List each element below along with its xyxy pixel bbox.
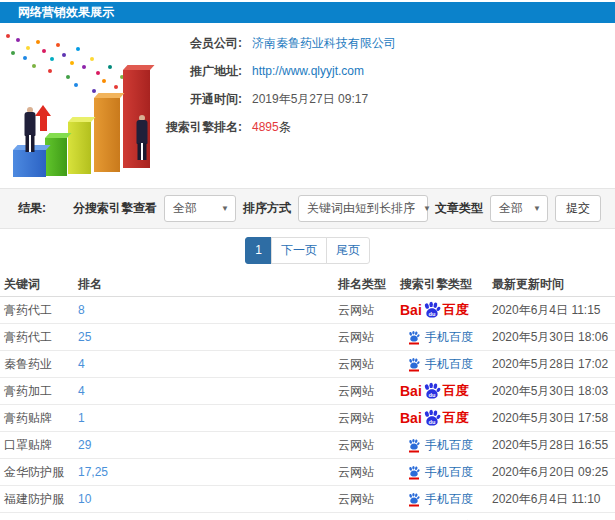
keyword-cell: 膏药加工 (4, 383, 52, 400)
update-time-cell: 2020年6月4日 11:10 (492, 491, 601, 508)
mobile-baidu-label: 手机百度 (425, 491, 473, 508)
mobile-baidu-paw (408, 492, 420, 506)
rank-type-cell: 云网站 (338, 383, 374, 400)
column-header: 关键词 (4, 276, 40, 293)
mobile-baidu-label: 手机百度 (425, 329, 473, 346)
article-type-select[interactable]: 全部 ▼ (490, 195, 548, 222)
clipart-bar-blue (13, 150, 46, 177)
rank-type-cell: 云网站 (338, 437, 374, 454)
mobile-baidu-logo: 手机百度 (400, 356, 473, 373)
mobile-baidu-label: 手机百度 (425, 464, 473, 481)
mobile-baidu-paw (408, 465, 420, 479)
rank-link[interactable]: 8 (78, 303, 85, 317)
baidu-logo: Baidu百度 (400, 301, 469, 319)
chevron-down-icon: ▼ (221, 204, 229, 213)
keyword-cell: 口罩贴牌 (4, 437, 52, 454)
pagination: 1 下一页 尾页 (0, 229, 615, 272)
info-value: 4895条 (252, 120, 291, 135)
up-arrow-icon (35, 105, 51, 131)
mobile-baidu-label: 手机百度 (425, 437, 473, 454)
baidu-paw-icon (408, 330, 420, 342)
result-label: 结果: (18, 200, 46, 217)
rank-link[interactable]: 17,25 (78, 465, 108, 479)
mobile-baidu-logo: 手机百度 (400, 491, 473, 508)
table-row: 膏药加工4云网站Baidu百度2020年5月30日 18:03 (0, 378, 615, 405)
rank-link[interactable]: 1 (78, 411, 85, 425)
sort-select[interactable]: 关键词由短到长排序 ▼ (298, 195, 428, 222)
update-time-cell: 2020年6月4日 11:15 (492, 302, 601, 319)
column-header: 排名类型 (338, 276, 386, 293)
filter-bar: 结果: 分搜索引擎查看 全部 ▼ 排序方式 关键词由短到长排序 ▼ 文章类型 全… (0, 188, 615, 229)
rank-type-cell: 云网站 (338, 410, 374, 427)
filter-controls: 分搜索引擎查看 全部 ▼ 排序方式 关键词由短到长排序 ▼ 文章类型 全部 ▼ … (73, 195, 601, 222)
engine-view-select[interactable]: 全部 ▼ (164, 195, 236, 222)
column-header: 排名 (78, 276, 102, 293)
keyword-cell: 福建防护服 (4, 491, 64, 508)
rank-type-cell: 云网站 (338, 356, 374, 373)
table-row: 膏药代工25云网站手机百度2020年5月30日 18:06 (0, 324, 615, 351)
ranking-count: 4895 (252, 120, 279, 134)
info-value[interactable]: 济南秦鲁药业科技有限公司 (252, 36, 396, 51)
info-label: 会员公司: (158, 36, 242, 51)
update-time-cell: 2020年5月30日 17:58 (492, 410, 608, 427)
svg-text:du: du (428, 419, 435, 425)
baidu-logo-cn: 百度 (443, 301, 469, 319)
keyword-cell: 膏药贴牌 (4, 410, 52, 427)
table-row: 秦鲁药业4云网站手机百度2020年5月28日 17:02 (0, 351, 615, 378)
page: 网络营销效果展示 会员公司:济南秦鲁药业科技有限公司推广地址:http://ww… (0, 0, 615, 520)
businessman-right (135, 115, 149, 162)
growth-chart-clipart (2, 30, 174, 182)
update-time-cell: 2020年6月20日 09:25 (492, 464, 608, 481)
title-bar: 网络营销效果展示 (0, 2, 615, 23)
last-page-button[interactable]: 尾页 (326, 237, 370, 264)
baidu-logo: Baidu百度 (400, 382, 469, 400)
keyword-cell: 膏药代工 (4, 329, 52, 346)
baidu-paw-icon (408, 438, 420, 450)
info-value[interactable]: http://www.qlyyjt.com (252, 64, 364, 79)
baidu-logo-bai: Bai (400, 302, 422, 318)
rank-link[interactable]: 25 (78, 330, 91, 344)
update-time-cell: 2020年5月30日 18:03 (492, 383, 608, 400)
clipart-bar-orange (94, 98, 120, 172)
clipart-bar-green (45, 138, 67, 176)
results-table: 关键词排名排名类型搜索引擎类型最新更新时间 膏药代工8云网站Baidu百度202… (0, 272, 615, 520)
info-value: 2019年5月27日 09:17 (252, 92, 368, 107)
page-1-button[interactable]: 1 (245, 237, 272, 264)
info-label: 推广地址: (158, 64, 242, 79)
rank-link[interactable]: 10 (78, 492, 91, 506)
submit-button[interactable]: 提交 (555, 195, 601, 222)
info-row: 搜索引擎排名:4895条 (158, 120, 608, 135)
table-row: 口罩贴牌29云网站手机百度2020年5月28日 16:55 (0, 432, 615, 459)
mobile-baidu-logo: 手机百度 (400, 437, 473, 454)
baidu-paw-icon (408, 492, 420, 504)
baidu-paw-icon: du (423, 409, 441, 427)
table-row: 手机百度 (0, 513, 615, 520)
table-body: 膏药代工8云网站Baidu百度2020年6月4日 11:15膏药代工25云网站手… (0, 297, 615, 520)
engine-view-label: 分搜索引擎查看 (73, 200, 157, 217)
baidu-logo: Baidu百度 (400, 409, 469, 427)
keyword-cell: 膏药代工 (4, 302, 52, 319)
baidu-logo-cn: 百度 (443, 382, 469, 400)
page-title: 网络营销效果展示 (18, 5, 114, 19)
ranking-count-unit: 条 (279, 120, 291, 134)
confetti-decoration (6, 34, 10, 38)
info-label: 搜索引擎排名: (158, 120, 242, 135)
rank-type-cell: 云网站 (338, 491, 374, 508)
update-time-cell: 2020年5月30日 18:06 (492, 329, 608, 346)
mobile-baidu-paw (408, 330, 420, 344)
rank-link[interactable]: 4 (78, 357, 85, 371)
baidu-logo-cn: 百度 (443, 409, 469, 427)
next-page-button[interactable]: 下一页 (271, 237, 327, 264)
rank-link[interactable]: 4 (78, 384, 85, 398)
rank-link[interactable]: 29 (78, 438, 91, 452)
update-time-cell: 2020年5月28日 16:55 (492, 437, 608, 454)
baidu-paw-icon: du (423, 382, 441, 400)
baidu-paw-icon (408, 357, 420, 369)
clipart-bar-yellow (68, 122, 91, 174)
column-header: 搜索引擎类型 (400, 276, 472, 293)
rank-type-cell: 云网站 (338, 329, 374, 346)
info-row: 开通时间:2019年5月27日 09:17 (158, 92, 608, 107)
baidu-logo-bai: Bai (400, 383, 422, 399)
baidu-paw-icon: du (423, 301, 441, 319)
svg-text:du: du (428, 311, 435, 317)
